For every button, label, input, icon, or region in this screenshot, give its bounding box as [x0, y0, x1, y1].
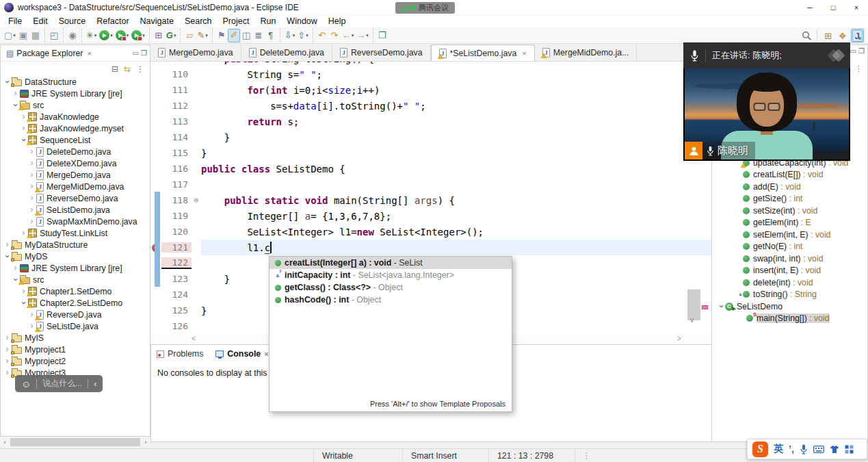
editor-tab-mergedemo-java[interactable]: MergeDemo.java — [150, 44, 241, 61]
forward-edit-location-button[interactable]: ↷ — [328, 29, 341, 42]
punctuation-icon[interactable]: ’, — [789, 444, 794, 454]
close-tab-icon[interactable]: × — [522, 49, 526, 57]
tree-item-reversedemo-java[interactable]: ›ReverseDemo.java — [1, 192, 150, 204]
outline-item-add-e-[interactable]: add(E) : void — [712, 181, 867, 193]
menu-help[interactable]: Help — [323, 15, 352, 27]
run-button[interactable]: ▶▾ — [98, 29, 114, 42]
show-whitespace-button[interactable]: ¶ — [265, 29, 277, 42]
tree-item-swapmaxmindemo-java[interactable]: ›SwapMaxMinDemo.java — [1, 216, 150, 227]
voice-input-icon[interactable] — [800, 444, 808, 454]
menu-refactor[interactable]: Refactor — [91, 15, 134, 27]
outline-item-delete-int-[interactable]: delete(int) : void — [712, 277, 867, 289]
editor-tab-mergemiddemo-ja-[interactable]: MergeMidDemo.ja... — [535, 44, 637, 61]
open-console-view-button[interactable]: ◰ — [48, 29, 60, 42]
previous-annotation-button[interactable]: ⇧▾ — [296, 29, 309, 42]
tree-item-myis[interactable]: ›MyIS — [1, 332, 150, 344]
collapse-chat-icon[interactable]: ‹ — [94, 379, 96, 389]
scroll-left-icon[interactable]: < — [192, 335, 196, 342]
expand-arrow-icon[interactable]: › — [12, 90, 19, 97]
editor-tab-reversedemo-java[interactable]: ReverseDemo.java — [332, 44, 431, 61]
editor-tab-deletedemo-java[interactable]: DeleteDemo.java — [241, 44, 332, 61]
link-with-editor-icon[interactable]: ⇆ — [124, 64, 131, 74]
outline-item-getsize-[interactable]: getSize() : int — [712, 193, 867, 205]
collapse-arrow-icon[interactable]: › — [3, 78, 11, 86]
menu-run[interactable]: Run — [254, 15, 281, 27]
code-line-117[interactable]: 117 — [150, 177, 711, 192]
tree-item-myproject1[interactable]: ›Myproject1 — [1, 344, 150, 355]
tree-item-mydatastructure[interactable]: ›MyDataStructure — [1, 239, 150, 251]
tree-item-chapter2-selistdemo[interactable]: ›Chapter2.SeListDemo — [1, 297, 150, 309]
save-button[interactable]: ▣ — [17, 29, 29, 42]
tree-item-deletexdemo-java[interactable]: ›DeleteXDemo.java — [1, 157, 150, 169]
tree-item-sequencelist[interactable]: ›SequenceList — [1, 134, 150, 146]
code-line-114[interactable]: 114 } — [150, 129, 711, 145]
package-explorer-hscrollbar[interactable]: ‹ › — [0, 437, 150, 447]
outline-item-creatlist-e-[interactable]: creatList(E[]) : void — [712, 169, 867, 181]
close-button[interactable]: × — [845, 0, 868, 15]
tree-item-jre-system-library-jre-[interactable]: ›JRE System Library [jre] — [1, 88, 150, 99]
expand-arrow-icon[interactable]: › — [3, 357, 11, 365]
menu-edit[interactable]: Edit — [27, 15, 53, 27]
scroll-down-icon[interactable]: ∨ — [689, 316, 694, 324]
tree-item-deletedemo-java[interactable]: ›DeleteDemo.java — [1, 146, 150, 157]
coverage-button[interactable]: ▶▾ — [114, 29, 131, 42]
meeting-chat-bubble[interactable]: ☺ 说点什么... ‹ — [15, 375, 103, 392]
code-line-109[interactable]: 109 public String toString() { — [150, 62, 711, 66]
mark-occurrences-button[interactable]: ◉ — [66, 29, 79, 42]
scroll-left-icon[interactable]: ‹ — [0, 439, 10, 446]
console-tab-console[interactable]: Console× — [215, 349, 268, 359]
code-line-111[interactable]: 111 for(int i=0;i<size;i++) — [150, 82, 711, 98]
tree-item-mergedemo-java[interactable]: ›MergeDemo.java — [1, 169, 150, 181]
outline-item-selistdemo[interactable]: ›C▶SeListDemo — [712, 300, 867, 313]
maximize-view-icon[interactable]: ❐ — [141, 49, 147, 57]
external-tools-button[interactable]: ✎▾ — [196, 29, 209, 42]
meeting-status-pill[interactable]: 腾讯会议 — [395, 2, 455, 14]
java-perspective-button[interactable]: J — [851, 29, 864, 42]
expand-arrow-icon[interactable]: › — [3, 369, 11, 376]
expand-arrow-icon[interactable]: › — [3, 241, 11, 248]
outline-item-getelem-int-[interactable]: getElem(int) : E — [712, 217, 867, 229]
close-view-icon[interactable]: × — [87, 49, 91, 57]
open-type-button[interactable]: ⚑ — [215, 29, 228, 42]
tree-item-myproject2[interactable]: ›Myproject2 — [1, 355, 150, 367]
maximize-view-icon[interactable]: ❐ — [858, 47, 865, 55]
completion-item[interactable]: getClass() : Class<?> - Object — [269, 281, 512, 294]
scroll-right-icon[interactable]: > — [677, 335, 681, 342]
soft-keyboard-icon[interactable] — [813, 446, 824, 453]
code-line-115[interactable]: 115} — [150, 145, 711, 161]
refresh-gradle-button[interactable]: G▾ — [165, 29, 178, 42]
console-tab-problems[interactable]: Problems — [157, 349, 203, 359]
tree-item-selistde-java[interactable]: ›SeListDe.java — [1, 320, 150, 332]
link-with-editor-button[interactable]: ◫ — [240, 29, 252, 42]
outline-item-swap-int-int-[interactable]: swap(int, int) : void — [712, 253, 867, 265]
minimize-view-icon[interactable]: ▭ — [133, 49, 139, 57]
emoji-icon[interactable]: ☺ — [21, 378, 31, 389]
tree-item-javaknowledge[interactable]: ›JavaKnowledge — [1, 111, 150, 123]
minimize-button[interactable]: ─ — [798, 0, 821, 15]
next-annotation-button[interactable]: ⇩▾ — [283, 29, 296, 42]
code-line-118[interactable]: 118⊖ public static void main(String[] ar… — [150, 192, 711, 208]
chat-input-placeholder[interactable]: 说点什么... — [42, 378, 82, 389]
last-edit-location-button[interactable]: ↶ — [316, 29, 328, 42]
menu-project[interactable]: Project — [218, 15, 255, 27]
outline-item-setsize-int-[interactable]: setSize(int) : void — [712, 205, 867, 217]
back-history-button[interactable]: ←▾ — [341, 29, 356, 42]
open-new-window-button[interactable]: ❐ — [376, 29, 389, 42]
menu-source[interactable]: Source — [53, 15, 92, 27]
tree-item-javaknowledge-myset[interactable]: ›JavaKnowledge.myset — [1, 123, 150, 134]
completion-item[interactable]: creatList(Integer[] a) : void - SeList — [269, 257, 512, 269]
forward-history-button[interactable]: →▾ — [355, 29, 370, 42]
code-line-119[interactable]: 119 Integer[] a= {1,3,6,7,8}; — [150, 208, 711, 224]
code-line-116[interactable]: 116public class SeListDemo { — [150, 161, 711, 177]
collapse-all-icon[interactable]: ⊟ — [111, 64, 118, 74]
code-line-110[interactable]: 110 String s=" "; — [150, 66, 711, 82]
outline-item-setelem-int-e-[interactable]: setElem(int, E) : void — [712, 229, 867, 241]
toolbox-icon[interactable] — [845, 445, 854, 454]
tree-item-studytest-linklist[interactable]: ›StudyTest.LinkList — [1, 227, 150, 239]
debug-perspective-button[interactable]: ❖ — [837, 29, 849, 42]
tree-item-selistdemo-java[interactable]: ›SeListDemo.java — [1, 204, 150, 216]
new-wizard-button[interactable]: ▢▾ — [3, 29, 17, 42]
minimize-view-icon[interactable]: ▭ — [850, 47, 856, 55]
expand-arrow-icon[interactable]: › — [28, 148, 36, 155]
import-folder-button[interactable]: ▱ — [183, 29, 196, 42]
